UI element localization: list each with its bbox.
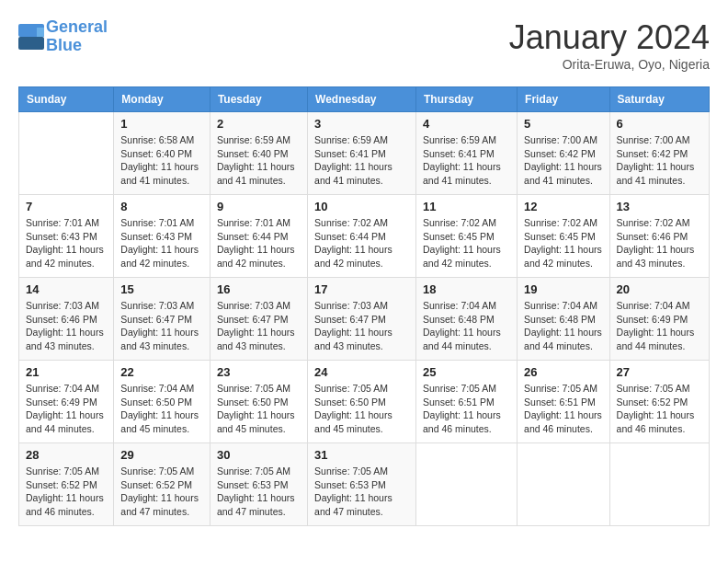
calendar-cell: 23Sunrise: 7:05 AMSunset: 6:50 PMDayligh…: [210, 361, 307, 443]
day-number: 7: [26, 200, 107, 213]
calendar-cell: 8Sunrise: 7:01 AMSunset: 6:43 PMDaylight…: [114, 195, 210, 278]
sunset-text: Sunset: 6:51 PM: [524, 396, 602, 409]
calendar-cell: 19Sunrise: 7:04 AMSunset: 6:48 PMDayligh…: [518, 278, 609, 361]
calendar-cell: 17Sunrise: 7:03 AMSunset: 6:47 PMDayligh…: [308, 278, 416, 361]
sunset-text: Sunset: 6:42 PM: [617, 147, 702, 161]
sunrise-text: Sunrise: 7:05 AM: [314, 382, 409, 396]
sunrise-text: Sunrise: 7:05 AM: [217, 465, 301, 478]
calendar-cell: 21Sunrise: 7:04 AMSunset: 6:49 PMDayligh…: [19, 361, 114, 443]
sunrise-text: Sunrise: 7:03 AM: [120, 299, 203, 313]
week-row-2: 7Sunrise: 7:01 AMSunset: 6:43 PMDaylight…: [19, 195, 710, 278]
day-info: Sunrise: 7:05 AMSunset: 6:53 PMDaylight:…: [314, 465, 409, 519]
sunset-text: Sunset: 6:50 PM: [120, 396, 203, 409]
logo-general: General: [46, 17, 108, 36]
day-info: Sunrise: 7:05 AMSunset: 6:52 PMDaylight:…: [26, 465, 107, 519]
day-info: Sunrise: 6:58 AMSunset: 6:40 PMDaylight:…: [120, 133, 203, 188]
sunrise-text: Sunrise: 7:02 AM: [314, 216, 409, 230]
day-info: Sunrise: 7:02 AMSunset: 6:46 PMDaylight:…: [617, 216, 702, 270]
daylight-text: Daylight: 11 hours and 44 minutes.: [524, 326, 602, 352]
week-row-1: 1Sunrise: 6:58 AMSunset: 6:40 PMDaylight…: [19, 112, 710, 195]
daylight-text: Daylight: 11 hours and 41 minutes.: [217, 160, 301, 187]
sunrise-text: Sunrise: 7:02 AM: [423, 216, 510, 230]
day-info: Sunrise: 7:02 AMSunset: 6:45 PMDaylight:…: [524, 216, 602, 270]
day-number: 10: [314, 200, 409, 213]
calendar-cell: 18Sunrise: 7:04 AMSunset: 6:48 PMDayligh…: [416, 278, 518, 361]
daylight-text: Daylight: 11 hours and 43 minutes.: [217, 326, 301, 352]
daylight-text: Daylight: 11 hours and 44 minutes.: [26, 408, 107, 435]
day-number: 27: [617, 365, 702, 379]
daylight-text: Daylight: 11 hours and 46 minutes.: [524, 408, 602, 435]
sunrise-text: Sunrise: 7:00 AM: [617, 133, 702, 147]
daylight-text: Daylight: 11 hours and 42 minutes.: [524, 243, 602, 270]
sunrise-text: Sunrise: 7:00 AM: [524, 133, 602, 147]
day-number: 2: [217, 117, 301, 131]
sunset-text: Sunset: 6:52 PM: [120, 478, 203, 492]
sunrise-text: Sunrise: 7:02 AM: [617, 216, 702, 230]
sunset-text: Sunset: 6:47 PM: [314, 313, 409, 327]
calendar-cell: 5Sunrise: 7:00 AMSunset: 6:42 PMDaylight…: [518, 112, 609, 195]
calendar-cell: 2Sunrise: 6:59 AMSunset: 6:40 PMDaylight…: [210, 112, 307, 195]
calendar-cell: 22Sunrise: 7:04 AMSunset: 6:50 PMDayligh…: [114, 361, 210, 443]
weekday-header-wednesday: Wednesday: [308, 87, 416, 112]
sunset-text: Sunset: 6:47 PM: [217, 313, 301, 327]
sunset-text: Sunset: 6:42 PM: [524, 147, 602, 161]
day-info: Sunrise: 7:04 AMSunset: 6:49 PMDaylight:…: [617, 299, 702, 353]
calendar-cell: 25Sunrise: 7:05 AMSunset: 6:51 PMDayligh…: [416, 361, 518, 443]
day-number: 1: [120, 117, 203, 131]
weekday-header-sunday: Sunday: [19, 87, 114, 112]
weekday-header-row: SundayMondayTuesdayWednesdayThursdayFrid…: [19, 87, 710, 112]
daylight-text: Daylight: 11 hours and 42 minutes.: [120, 243, 203, 270]
sunset-text: Sunset: 6:48 PM: [524, 313, 602, 327]
weekday-header-monday: Monday: [114, 87, 210, 112]
sunset-text: Sunset: 6:47 PM: [120, 313, 203, 327]
day-info: Sunrise: 7:02 AMSunset: 6:45 PMDaylight:…: [423, 216, 510, 270]
calendar-cell: 15Sunrise: 7:03 AMSunset: 6:47 PMDayligh…: [114, 278, 210, 361]
weekday-header-thursday: Thursday: [416, 87, 518, 112]
calendar-cell: 6Sunrise: 7:00 AMSunset: 6:42 PMDaylight…: [609, 112, 709, 195]
sunrise-text: Sunrise: 7:05 AM: [524, 382, 602, 396]
daylight-text: Daylight: 11 hours and 42 minutes.: [217, 243, 301, 270]
day-number: 31: [314, 448, 409, 462]
day-number: 28: [26, 448, 107, 462]
sunset-text: Sunset: 6:53 PM: [217, 478, 301, 492]
day-number: 24: [314, 365, 409, 379]
day-number: 20: [617, 282, 702, 296]
day-info: Sunrise: 7:00 AMSunset: 6:42 PMDaylight:…: [524, 133, 602, 188]
week-row-5: 28Sunrise: 7:05 AMSunset: 6:52 PMDayligh…: [19, 443, 710, 526]
sunset-text: Sunset: 6:46 PM: [617, 230, 702, 244]
day-info: Sunrise: 6:59 AMSunset: 6:40 PMDaylight:…: [217, 133, 301, 188]
calendar-cell: 11Sunrise: 7:02 AMSunset: 6:45 PMDayligh…: [416, 195, 518, 278]
daylight-text: Daylight: 11 hours and 43 minutes.: [617, 243, 702, 270]
day-info: Sunrise: 7:02 AMSunset: 6:44 PMDaylight:…: [314, 216, 409, 270]
calendar-cell: 13Sunrise: 7:02 AMSunset: 6:46 PMDayligh…: [609, 195, 709, 278]
logo-icon: [18, 24, 44, 50]
day-number: 26: [524, 365, 602, 379]
day-info: Sunrise: 6:59 AMSunset: 6:41 PMDaylight:…: [314, 133, 409, 188]
day-number: 5: [524, 117, 602, 131]
calendar-cell: 16Sunrise: 7:03 AMSunset: 6:47 PMDayligh…: [210, 278, 307, 361]
sunrise-text: Sunrise: 7:04 AM: [617, 299, 702, 313]
sunset-text: Sunset: 6:41 PM: [423, 147, 510, 161]
calendar-cell: 24Sunrise: 7:05 AMSunset: 6:50 PMDayligh…: [308, 361, 416, 443]
weekday-header-saturday: Saturday: [609, 87, 709, 112]
day-number: 25: [423, 365, 510, 379]
daylight-text: Daylight: 11 hours and 47 minutes.: [120, 491, 203, 518]
day-info: Sunrise: 7:03 AMSunset: 6:47 PMDaylight:…: [217, 299, 301, 353]
day-info: Sunrise: 7:03 AMSunset: 6:47 PMDaylight:…: [314, 299, 409, 353]
month-title: January 2024: [509, 18, 710, 57]
title-area: January 2024 Orita-Eruwa, Oyo, Nigeria: [509, 18, 710, 72]
daylight-text: Daylight: 11 hours and 46 minutes.: [617, 408, 702, 435]
day-info: Sunrise: 7:03 AMSunset: 6:47 PMDaylight:…: [120, 299, 203, 353]
page-header: General Blue January 2024 Orita-Eruwa, O…: [18, 18, 710, 72]
sunset-text: Sunset: 6:53 PM: [314, 478, 409, 492]
calendar-cell: [416, 443, 518, 526]
calendar-cell: 10Sunrise: 7:02 AMSunset: 6:44 PMDayligh…: [308, 195, 416, 278]
week-row-4: 21Sunrise: 7:04 AMSunset: 6:49 PMDayligh…: [19, 361, 710, 443]
sunset-text: Sunset: 6:50 PM: [314, 396, 409, 409]
sunrise-text: Sunrise: 7:05 AM: [26, 465, 107, 478]
sunset-text: Sunset: 6:49 PM: [26, 396, 107, 409]
svg-rect-1: [18, 37, 44, 50]
daylight-text: Daylight: 11 hours and 47 minutes.: [217, 491, 301, 518]
sunrise-text: Sunrise: 7:01 AM: [26, 216, 107, 230]
calendar-cell: 29Sunrise: 7:05 AMSunset: 6:52 PMDayligh…: [114, 443, 210, 526]
